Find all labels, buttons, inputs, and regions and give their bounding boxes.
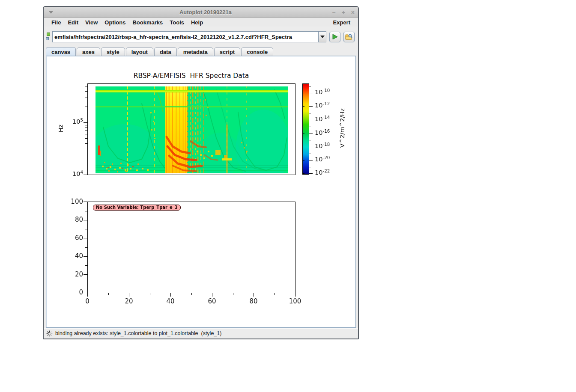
close-button[interactable]: ×	[351, 9, 355, 15]
colorbar-tick-label: 10-18	[315, 143, 342, 149]
status-message: binding already exists: style_1.colortab…	[55, 330, 221, 336]
menu-options[interactable]: Options	[101, 19, 129, 26]
y-tick-label: 104	[62, 170, 83, 177]
menu-help[interactable]: Help	[188, 19, 206, 26]
colorbar-tick-label: 10-10	[315, 89, 342, 95]
uri-dropdown-button[interactable]	[318, 31, 326, 42]
menu-tools[interactable]: Tools	[166, 19, 188, 26]
go-plot-button[interactable]	[329, 32, 340, 42]
y-tick-label: 80	[62, 216, 83, 223]
busy-spinner-icon	[46, 330, 53, 337]
plot-title: RBSP-A/EMFISIS HFR Spectra Data	[87, 72, 295, 80]
menu-expert[interactable]: Expert	[330, 19, 354, 26]
y-tick-label: 60	[62, 234, 83, 242]
y-tick-label: 105	[62, 118, 83, 125]
colorbar-tick-label: 10-12	[315, 102, 342, 109]
colorbar-tick-label: 10-20	[315, 156, 342, 163]
canvas-scrollpane: RBSP-A/EMFISIS HFR Spectra Data	[46, 56, 356, 328]
uri-input[interactable]	[52, 31, 318, 42]
x-tick-label: 0	[75, 297, 100, 305]
x-tick-label: 80	[241, 297, 266, 305]
tab-bar: canvas axes style layout data metadata s…	[44, 47, 358, 56]
menubar: File Edit View Options Bookmarks Tools H…	[44, 18, 358, 27]
tab-style[interactable]: style	[101, 48, 125, 56]
menu-file[interactable]: File	[48, 19, 64, 26]
tab-script[interactable]: script	[214, 48, 240, 56]
colorbar-axis-label: V^2/m^2/Hz	[339, 102, 346, 154]
plot-canvas[interactable]: RBSP-A/EMFISIS HFR Spectra Data	[47, 56, 355, 327]
y-axis-label: Hz	[57, 122, 64, 135]
error-annotation: No Such Variable: Tperp_Tpar_e_3	[93, 205, 181, 211]
chevron-down-icon	[320, 36, 325, 38]
tab-axes[interactable]: axes	[77, 48, 100, 56]
y-tick-label: 20	[62, 270, 83, 278]
tab-metadata[interactable]: metadata	[178, 48, 213, 56]
titlebar[interactable]: Autoplot 20190221a – + ×	[44, 7, 358, 18]
tab-console[interactable]: console	[241, 48, 273, 56]
window-title: Autoplot 20190221a	[53, 9, 358, 15]
colorbar-tick-label: 10-22	[315, 169, 342, 176]
tab-canvas[interactable]: canvas	[46, 47, 76, 56]
uri-toolbar	[44, 27, 358, 47]
minimize-button[interactable]: –	[332, 9, 336, 15]
x-tick-label: 20	[116, 297, 142, 305]
autoplot-window: Autoplot 20190221a – + × File Edit View …	[43, 6, 359, 339]
folder-search-icon	[345, 33, 353, 40]
menu-edit[interactable]: Edit	[64, 19, 82, 26]
tab-data[interactable]: data	[154, 48, 177, 56]
spectrogram-image[interactable]	[96, 86, 288, 173]
colorbar-tick-label: 10-16	[315, 129, 342, 136]
datasource-type-icon	[45, 32, 51, 42]
status-bar: binding already exists: style_1.colortab…	[44, 328, 358, 339]
play-icon	[331, 33, 338, 40]
colorbar-tick-label: 10-14	[315, 116, 342, 122]
window-menu-icon[interactable]	[49, 11, 53, 14]
colorbar-gradient[interactable]	[302, 83, 309, 175]
x-tick-label: 40	[158, 297, 183, 305]
x-tick-label: 100	[282, 297, 308, 305]
tab-layout[interactable]: layout	[126, 48, 153, 56]
x-tick-label: 60	[199, 297, 225, 305]
inspect-file-button[interactable]	[343, 32, 355, 42]
y-tick-label: 0	[62, 288, 83, 296]
menu-bookmarks[interactable]: Bookmarks	[129, 19, 166, 26]
menu-view[interactable]: View	[82, 19, 101, 26]
y-tick-label: 40	[62, 252, 83, 260]
y-tick-label: 100	[62, 198, 83, 205]
maximize-button[interactable]: +	[342, 9, 345, 15]
